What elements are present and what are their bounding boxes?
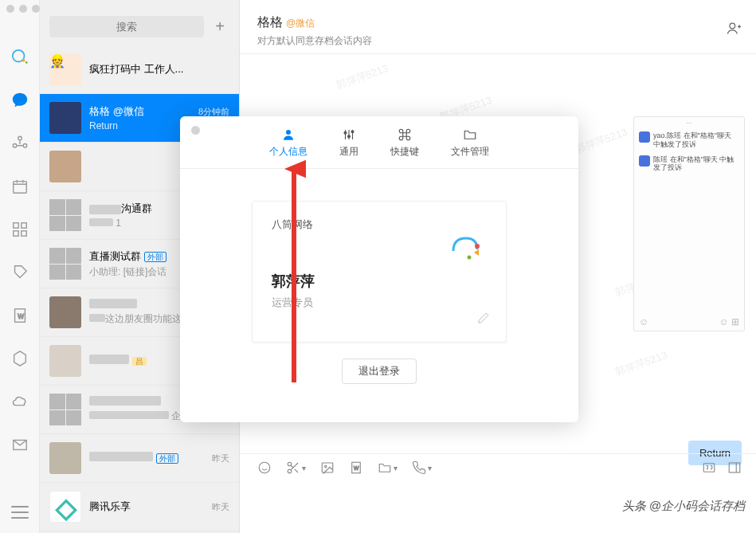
list-item[interactable]: 👷 疯狂打码中 工作人... <box>40 45 239 94</box>
avatar-group <box>49 199 81 231</box>
nav-logo-icon[interactable] <box>10 48 29 67</box>
svg-point-3 <box>18 136 22 140</box>
avatar: 👷 <box>49 53 81 85</box>
tab-label: 通用 <box>339 145 358 159</box>
tab-label: 快捷键 <box>390 145 419 159</box>
svg-rect-18 <box>322 463 333 472</box>
tab-files[interactable]: 文件管理 <box>451 127 489 159</box>
profile-card: 八筒网络 郭萍萍 运营专员 <box>252 201 507 343</box>
settings-modal: 个人信息 通用 快捷键 文件管理 八筒网络 郭萍萍 运营专员 退出登录 <box>180 116 578 422</box>
emoji-icon[interactable] <box>257 460 272 475</box>
svg-point-24 <box>286 130 291 135</box>
add-member-icon[interactable] <box>726 21 742 38</box>
panel-icon[interactable] <box>727 460 742 475</box>
svg-rect-22 <box>703 464 715 472</box>
chat-title: 直播测试群外部 <box>89 249 166 264</box>
profile-logo-icon <box>445 227 484 265</box>
svg-point-29 <box>468 256 472 260</box>
chat-title: 腾讯乐享 <box>89 500 131 514</box>
svg-rect-23 <box>729 463 740 472</box>
input-toolbar: ▾ W ▾ ▾ <box>240 453 756 533</box>
chat-title: 沟通群 <box>121 202 152 214</box>
watermark: 郭萍萍5213 <box>613 348 669 380</box>
svg-rect-9 <box>13 231 18 236</box>
svg-rect-10 <box>21 231 25 236</box>
nav-doc-icon[interactable]: W <box>10 306 29 325</box>
attribution-text: 头条 @企小码会话存档 <box>622 499 745 514</box>
nav-apps-icon[interactable] <box>10 220 29 239</box>
nav-rail: W <box>0 0 40 533</box>
edit-icon[interactable] <box>477 312 490 327</box>
avatar-group <box>49 248 81 280</box>
nav-hexagon-icon[interactable] <box>10 349 29 368</box>
svg-point-25 <box>344 131 347 134</box>
chat-header-subtitle: 对方默认同意存档会话内容 <box>257 34 738 48</box>
svg-point-17 <box>288 469 292 473</box>
nav-calendar-icon[interactable] <box>10 177 29 196</box>
tab-label: 个人信息 <box>269 145 307 159</box>
image-icon[interactable] <box>320 460 335 475</box>
modal-tabs: 个人信息 通用 快捷键 文件管理 <box>180 116 578 169</box>
window-controls <box>6 5 40 13</box>
watermark: 郭萍萍5213 <box>335 61 390 93</box>
search-input[interactable] <box>49 16 204 37</box>
minimize-dot[interactable] <box>19 5 27 13</box>
svg-point-2 <box>25 61 27 64</box>
svg-rect-6 <box>13 182 26 194</box>
avatar <box>49 102 81 134</box>
svg-text:W: W <box>354 465 359 471</box>
nav-mail-icon[interactable] <box>10 435 29 454</box>
svg-point-26 <box>348 135 351 138</box>
avatar <box>49 151 81 182</box>
maximize-dot[interactable] <box>32 5 40 13</box>
quote-icon[interactable] <box>702 460 716 475</box>
doc-w-icon[interactable]: W <box>349 460 363 475</box>
svg-point-1 <box>22 59 25 62</box>
preview-footer: ☺☺ ⊞ <box>639 316 739 327</box>
list-item[interactable]: 外部昨天 <box>40 434 239 483</box>
svg-point-19 <box>325 465 327 467</box>
svg-point-14 <box>730 23 735 29</box>
add-button[interactable]: + <box>210 18 229 37</box>
logout-button[interactable]: 退出登录 <box>342 359 417 384</box>
folder-icon[interactable]: ▾ <box>378 460 398 475</box>
phone-icon[interactable]: ▾ <box>412 460 432 475</box>
svg-point-27 <box>351 131 354 133</box>
nav-contacts-icon[interactable] <box>10 134 29 153</box>
nav-menu-icon[interactable] <box>11 506 29 519</box>
chat-header-title: 格格@微信 <box>257 14 738 31</box>
tab-shortcuts[interactable]: 快捷键 <box>390 127 419 159</box>
svg-rect-8 <box>21 223 25 228</box>
list-item[interactable]: 腾讯乐享昨天 <box>40 483 239 531</box>
chat-title: 格格 @微信 <box>89 104 144 119</box>
profile-role: 运营专员 <box>272 296 487 310</box>
nav-tag-icon[interactable] <box>10 263 29 282</box>
modal-close-icon[interactable] <box>191 126 200 135</box>
watermark: 郭萍萍5213 <box>574 125 629 157</box>
svg-point-15 <box>259 462 270 473</box>
scissors-icon[interactable]: ▾ <box>286 460 306 475</box>
tab-label: 文件管理 <box>451 145 489 159</box>
search-bar: + <box>40 0 239 45</box>
nav-cloud-icon[interactable] <box>10 392 29 411</box>
chat-title: 疯狂打码中 工作人... <box>89 62 183 76</box>
close-dot[interactable] <box>6 5 14 13</box>
svg-point-4 <box>13 143 17 147</box>
svg-text:W: W <box>18 313 24 320</box>
avatar <box>49 296 81 328</box>
avatar <box>49 491 81 523</box>
profile-name: 郭萍萍 <box>272 272 487 291</box>
svg-point-16 <box>288 462 292 466</box>
svg-point-5 <box>23 143 27 147</box>
nav-chat-icon[interactable] <box>10 91 29 110</box>
tab-profile[interactable]: 个人信息 <box>269 127 307 159</box>
avatar-group <box>49 394 81 425</box>
chat-header: 格格@微信 对方默认同意存档会话内容 <box>240 0 756 54</box>
svg-rect-7 <box>13 223 18 228</box>
avatar <box>49 345 81 377</box>
svg-point-28 <box>475 244 480 249</box>
avatar <box>49 442 81 474</box>
side-preview-card[interactable]: ··· yao.陈瑶 在和"格格"聊天 中触发了投诉 陈瑶 在和"格格"聊天 中… <box>633 116 745 331</box>
tab-general[interactable]: 通用 <box>339 127 358 159</box>
